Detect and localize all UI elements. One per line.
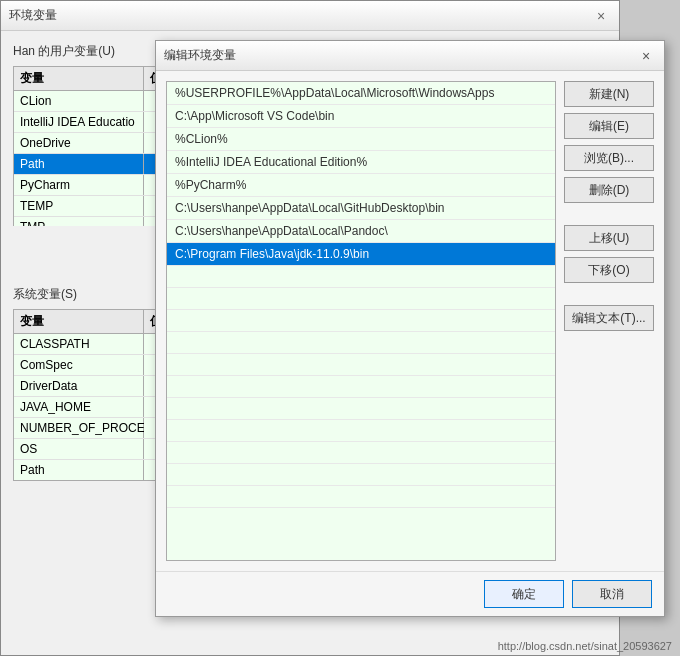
- cancel-button[interactable]: 取消: [572, 580, 652, 608]
- list-item[interactable]: %IntelliJ IDEA Educational Edition%: [167, 151, 555, 174]
- dialog-close-button[interactable]: ×: [636, 46, 656, 66]
- sys-header-var: 变量: [14, 310, 144, 333]
- list-item[interactable]: [167, 508, 555, 530]
- bg-close-button[interactable]: ×: [591, 6, 611, 26]
- sys-row-javahome-var: JAVA_HOME: [14, 397, 144, 417]
- move-up-button[interactable]: 上移(U): [564, 225, 654, 251]
- dialog-footer: 确定 取消: [156, 571, 664, 616]
- user-row-path-var: Path: [14, 154, 144, 174]
- path-list[interactable]: %USERPROFILE%\AppData\Local\Microsoft\Wi…: [166, 81, 556, 561]
- move-down-button[interactable]: 下移(O): [564, 257, 654, 283]
- list-item[interactable]: %CLion%: [167, 128, 555, 151]
- sys-row-classpath-var: CLASSPATH: [14, 334, 144, 354]
- user-row-clion-var: CLion: [14, 91, 144, 111]
- edit-text-button[interactable]: 编辑文本(T)...: [564, 305, 654, 331]
- list-item[interactable]: [167, 354, 555, 376]
- list-item[interactable]: %PyCharm%: [167, 174, 555, 197]
- user-header-var: 变量: [14, 67, 144, 90]
- list-item[interactable]: [167, 376, 555, 398]
- list-item[interactable]: [167, 266, 555, 288]
- sys-row-comspec-var: ComSpec: [14, 355, 144, 375]
- list-item[interactable]: C:\Users\hanpe\AppData\Local\Pandoc\: [167, 220, 555, 243]
- sys-row-driverdata-var: DriverData: [14, 376, 144, 396]
- list-item[interactable]: [167, 420, 555, 442]
- sys-row-os-var: OS: [14, 439, 144, 459]
- new-button[interactable]: 新建(N): [564, 81, 654, 107]
- list-item[interactable]: C:\Users\hanpe\AppData\Local\GitHubDeskt…: [167, 197, 555, 220]
- browse-button[interactable]: 浏览(B)...: [564, 145, 654, 171]
- list-item[interactable]: %USERPROFILE%\AppData\Local\Microsoft\Wi…: [167, 82, 555, 105]
- list-item[interactable]: [167, 398, 555, 420]
- list-item[interactable]: [167, 464, 555, 486]
- list-item[interactable]: C:\App\Microsoft VS Code\bin: [167, 105, 555, 128]
- user-row-temp-var: TEMP: [14, 196, 144, 216]
- list-item[interactable]: [167, 310, 555, 332]
- dialog-body: %USERPROFILE%\AppData\Local\Microsoft\Wi…: [156, 71, 664, 571]
- list-item[interactable]: [167, 332, 555, 354]
- dialog-titlebar: 编辑环境变量 ×: [156, 41, 664, 71]
- dialog-action-buttons: 新建(N) 编辑(E) 浏览(B)... 删除(D) 上移(U) 下移(O) 编…: [564, 81, 654, 561]
- user-row-onedrive-var: OneDrive: [14, 133, 144, 153]
- sys-row-path-var: Path: [14, 460, 144, 480]
- user-row-tmp-var: TMP: [14, 217, 144, 226]
- ok-button[interactable]: 确定: [484, 580, 564, 608]
- edit-button[interactable]: 编辑(E): [564, 113, 654, 139]
- user-row-pycharm-var: PyCharm: [14, 175, 144, 195]
- user-row-intellij-var: IntelliJ IDEA Educatio: [14, 112, 144, 132]
- watermark: http://blog.csdn.net/sinat_20593627: [498, 640, 672, 652]
- list-item[interactable]: [167, 288, 555, 310]
- dialog-title: 编辑环境变量: [164, 47, 236, 64]
- sys-row-numproc-var: NUMBER_OF_PROCE: [14, 418, 144, 438]
- list-item[interactable]: [167, 442, 555, 464]
- list-item[interactable]: C:\Program Files\Java\jdk-11.0.9\bin: [167, 243, 555, 266]
- edit-env-dialog: 编辑环境变量 × %USERPROFILE%\AppData\Local\Mic…: [155, 40, 665, 617]
- bg-titlebar: 环境变量 ×: [1, 1, 619, 31]
- list-item[interactable]: [167, 486, 555, 508]
- bg-window-title: 环境变量: [9, 7, 57, 24]
- delete-button[interactable]: 删除(D): [564, 177, 654, 203]
